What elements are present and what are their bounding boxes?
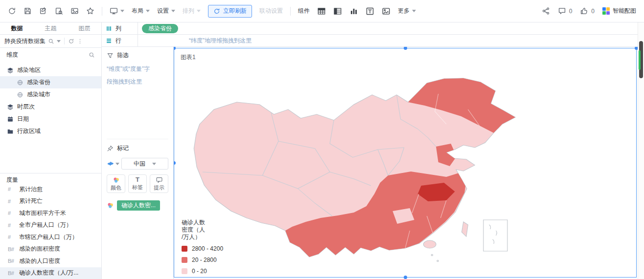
smart-config-button[interactable]: 智能配图 [602, 7, 636, 15]
dimension-item-infected-area[interactable]: 感染地区 [0, 64, 101, 76]
save-icon[interactable] [23, 7, 32, 15]
tab-layers[interactable]: 图层 [68, 22, 101, 34]
legend-item-mid[interactable]: 20 - 2800 [182, 257, 223, 263]
layers-icon [7, 104, 14, 110]
filter-hint-line2: 段拖拽到这里 [107, 75, 168, 88]
resize-handle-top-left[interactable] [174, 47, 176, 50]
number-icon [8, 210, 16, 216]
calc-number-icon [8, 246, 16, 252]
rows-icon [106, 38, 112, 44]
label-button[interactable]: 标签 [128, 174, 147, 193]
measure-item[interactable]: 累计死亡 [0, 195, 101, 208]
dimensions-tree: 感染地区 感染省份 感染城市 时层次 日期 [0, 62, 101, 137]
measure-item[interactable]: 全市户籍人口（万） [0, 219, 101, 232]
dimension-item-time-hierarchy[interactable]: 时层次 [0, 101, 101, 113]
comment-icon[interactable] [558, 7, 566, 15]
columns-dropzone[interactable]: 感染省份 [138, 22, 644, 34]
share-icon[interactable] [542, 7, 550, 15]
measure-item[interactable]: 感染的人口密度 [0, 255, 101, 267]
measure-item[interactable]: 城市面积平方千米 [0, 207, 101, 219]
save-as-icon[interactable] [39, 7, 47, 15]
filter-section: 筛选 [107, 51, 168, 60]
screen-adapt-menu[interactable] [110, 7, 124, 15]
vertical-scrollbar[interactable] [638, 22, 644, 279]
funnel-icon [107, 52, 114, 59]
layout-menu[interactable]: 布局 [132, 7, 150, 15]
measure-item[interactable]: 感染的面积密度 [0, 243, 101, 256]
geo-region-select[interactable]: 中国 [121, 158, 168, 170]
chevron-down-icon [412, 10, 416, 12]
number-icon [8, 234, 16, 240]
chevron-down-icon [197, 10, 201, 12]
measure-label: 市辖区户籍人口（万） [19, 233, 78, 241]
pivot-table-widget-icon[interactable] [333, 7, 342, 16]
divider [64, 38, 65, 44]
tab-data[interactable]: 数据 [0, 22, 34, 34]
color-field-pill[interactable]: 确诊人数密... [117, 200, 160, 211]
text-widget-icon[interactable] [366, 7, 374, 16]
refresh-dataset-icon[interactable] [68, 38, 74, 44]
preview-icon[interactable] [55, 7, 63, 15]
field-pill-province[interactable]: 感染省份 [142, 24, 178, 33]
dataset-selector[interactable]: 肺炎疫情数据集 [0, 35, 101, 48]
dashboard-canvas[interactable]: 图表1 [174, 47, 644, 279]
legend-label: 20 - 2800 [192, 257, 217, 263]
measures-title: 度量 [6, 176, 18, 184]
chevron-down-icon [171, 10, 175, 12]
spacer [0, 137, 101, 173]
more-menu[interactable]: 更多 [398, 7, 416, 15]
folder-icon [7, 128, 14, 135]
table-widget-icon[interactable] [317, 7, 326, 16]
search-icon[interactable] [48, 38, 54, 44]
map-chart-type-selector[interactable] [107, 160, 119, 168]
dimension-item-infected-city[interactable]: 感染城市 [0, 88, 101, 101]
image-widget-icon[interactable] [382, 7, 391, 16]
linkage-settings[interactable]: 联动设置 [259, 7, 283, 15]
search-dimensions-icon[interactable] [89, 52, 95, 58]
rows-caption: 行 [102, 35, 138, 46]
toolbar-right-group: 0 0 智能配图 [542, 7, 636, 15]
bar-chart-widget-icon[interactable] [349, 7, 358, 16]
chevron-down-icon [120, 10, 124, 12]
smart-config-icon [602, 7, 610, 15]
export-image-icon[interactable] [70, 7, 79, 15]
dimension-label: 感染地区 [17, 66, 41, 74]
china-choropleth-map[interactable] [183, 75, 525, 271]
like-icon[interactable] [580, 7, 588, 15]
components-label: 组件 [298, 7, 310, 15]
resize-handle-bottom-center[interactable] [404, 276, 407, 279]
tooltip-button[interactable]: 提示 [150, 174, 168, 193]
tab-theme[interactable]: 主题 [34, 22, 68, 34]
region-taiwan[interactable] [462, 222, 468, 236]
data-sidebar: 数据 主题 图层 肺炎疫情数据集 维度 感染地区 [0, 22, 102, 279]
layers-icon [7, 67, 14, 74]
palette-icon [107, 202, 114, 209]
color-button[interactable]: 颜色 [107, 174, 125, 193]
chevron-down-icon[interactable] [57, 40, 61, 43]
measure-item[interactable]: 市辖区户籍人口（万） [0, 231, 101, 243]
measure-item[interactable]: 确诊人数密度（人/万... [0, 267, 101, 279]
dimension-item-infected-province[interactable]: 感染省份 [0, 76, 101, 88]
kebab-menu-icon[interactable] [77, 38, 83, 44]
dimension-label: 感染省份 [27, 78, 50, 86]
dimension-item-date[interactable]: 日期 [0, 113, 101, 125]
favorite-star-icon[interactable] [86, 7, 94, 15]
resize-handle-top-center[interactable] [404, 47, 407, 50]
measures-header: 度量 [0, 173, 101, 187]
filter-dropzone[interactable]: “维度”或“度量”字 段拖拽到这里 [107, 63, 168, 88]
rows-dropzone[interactable]: “纬度”地理维拖拽到这里 [138, 35, 644, 46]
region-hainan[interactable] [423, 240, 436, 248]
arrange-menu[interactable]: 排列 [183, 7, 201, 15]
color-field-row: 确诊人数密... [107, 200, 168, 211]
refresh-now-button[interactable]: 立即刷新 [208, 5, 252, 18]
legend-item-low[interactable]: 0 - 20 [182, 268, 223, 275]
resize-handle-left-center[interactable] [174, 161, 176, 165]
small-island [437, 260, 438, 262]
settings-menu-label: 设置 [157, 7, 169, 15]
legend-item-high[interactable]: 2800 - 4200 [182, 245, 223, 252]
undo-icon[interactable] [8, 7, 16, 15]
chart-title: 图表1 [181, 53, 196, 62]
dimension-item-admin-region[interactable]: 行政区域 [0, 125, 101, 137]
tooltip-bubble-icon [156, 176, 163, 184]
settings-menu[interactable]: 设置 [157, 7, 175, 15]
